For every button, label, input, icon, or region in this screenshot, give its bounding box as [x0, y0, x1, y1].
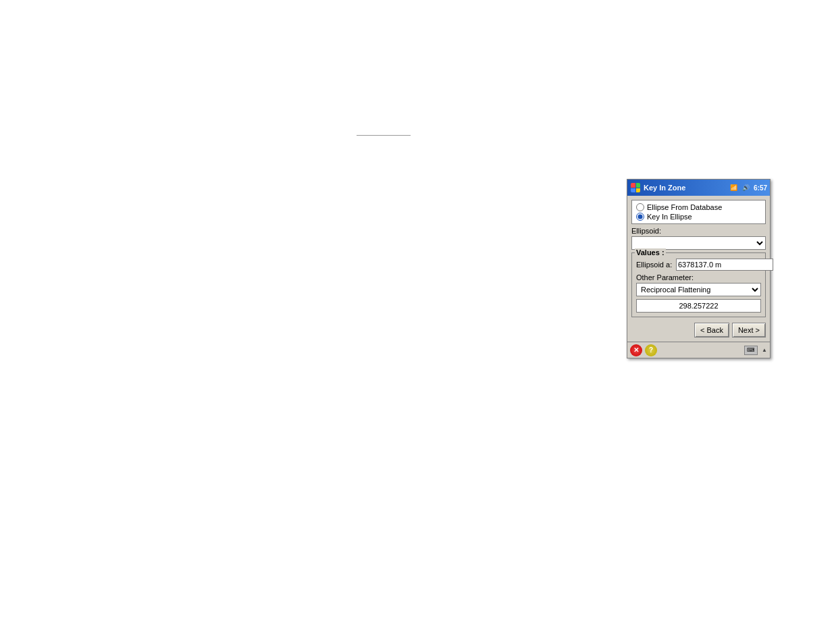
- other-parameter-select[interactable]: Reciprocal Flattening Flattening Eccentr…: [636, 283, 761, 296]
- radio-section: Ellipse From Database Key In Ellipse: [631, 200, 766, 224]
- radio-row-ellipse-db: Ellipse From Database: [636, 203, 761, 211]
- values-legend: Values :: [635, 248, 666, 257]
- radio-row-key-in: Key In Ellipse: [636, 213, 761, 221]
- values-group-box: Values : Ellipsoid a: Other Parameter: R…: [631, 252, 766, 317]
- xp-logo: [631, 183, 640, 192]
- app-icon: [630, 182, 641, 193]
- help-icon[interactable]: ?: [645, 344, 657, 356]
- signal-icon: 📶: [729, 183, 739, 192]
- xp-logo-tr: [636, 183, 641, 188]
- title-bar-left: Key In Zone: [630, 182, 685, 193]
- keyboard-icon: ⌨: [744, 346, 758, 355]
- ellipsoid-a-label: Ellipsoid a:: [636, 261, 673, 269]
- ellipsoid-a-row: Ellipsoid a:: [636, 259, 761, 271]
- dialog-content: Ellipse From Database Key In Ellipse Ell…: [627, 196, 770, 342]
- dialog-window: Key In Zone 📶 🔊 6:57 Ellipse From Databa…: [627, 179, 771, 358]
- button-row: < Back Next >: [631, 320, 766, 338]
- other-parameter-label: Other Parameter:: [636, 273, 761, 281]
- ellipsoid-select[interactable]: [631, 236, 766, 250]
- dialog-title: Key In Zone: [644, 184, 685, 192]
- top-line: [357, 135, 411, 136]
- ellipse-from-db-label: Ellipse From Database: [647, 203, 722, 211]
- status-bar: ✕ ? ⌨ ▲: [627, 342, 770, 358]
- time-display: 6:57: [754, 184, 767, 192]
- key-in-ellipse-label: Key In Ellipse: [647, 213, 692, 221]
- ellipsoid-a-input[interactable]: [676, 259, 773, 271]
- title-bar: Key In Zone 📶 🔊 6:57: [627, 180, 770, 196]
- scroll-arrow: ▲: [762, 347, 767, 353]
- next-button[interactable]: Next >: [732, 323, 766, 338]
- ellipsoid-label: Ellipsoid:: [631, 227, 766, 235]
- key-in-ellipse-radio[interactable]: [636, 213, 644, 221]
- back-button[interactable]: < Back: [694, 323, 729, 338]
- xp-logo-br: [636, 188, 641, 193]
- xp-logo-tl: [631, 183, 635, 188]
- title-bar-right: 📶 🔊 6:57: [729, 183, 767, 192]
- volume-icon: 🔊: [741, 183, 751, 192]
- other-parameter-value-input[interactable]: [636, 299, 761, 313]
- ellipse-from-db-radio[interactable]: [636, 203, 644, 211]
- xp-logo-bl: [631, 188, 635, 193]
- close-icon[interactable]: ✕: [630, 344, 642, 356]
